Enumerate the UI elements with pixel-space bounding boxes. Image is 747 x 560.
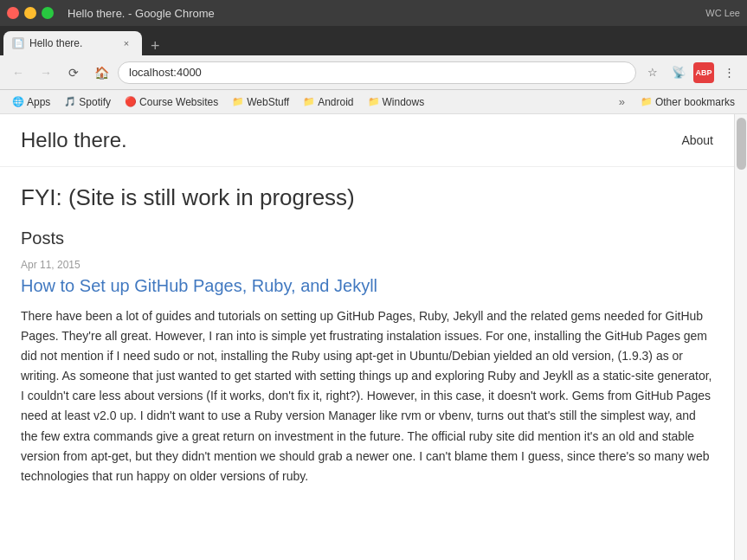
chrome-window: × − □ Hello there. - Google Chrome WC Le… [0,0,747,560]
new-tab-button[interactable]: + [145,37,165,55]
bookmarks-more-button[interactable]: » [615,93,628,110]
android-bookmark-icon: 📁 [303,96,315,107]
address-bar: ← → ⟳ 🏠 ☆ 📡 ABP ⋮ [0,55,747,90]
posts-heading: Posts [21,229,713,248]
active-tab[interactable]: 📄 Hello there. × [3,31,142,55]
spotify-bookmark-label: Spotify [79,96,111,108]
apps-bookmark-icon: 🌐 [12,96,24,107]
back-button[interactable]: ← [7,61,29,84]
url-input[interactable] [118,61,636,84]
bookmark-android[interactable]: 📁 Android [298,94,358,110]
tab-close-button[interactable]: × [119,36,133,50]
site-main: FYI: (Site is still work in progress) Po… [0,167,734,504]
bookmark-webstuff[interactable]: 📁 WebStuff [227,94,294,110]
window-title: Hello there. - Google Chrome [68,7,215,20]
forward-button[interactable]: → [35,61,57,84]
maximize-window-button[interactable]: □ [42,7,54,19]
cast-button[interactable]: 📡 [667,61,690,84]
spotify-bookmark-icon: 🎵 [64,96,76,107]
tab-favicon: 📄 [12,37,24,49]
minimize-window-button[interactable]: − [24,7,36,19]
post-excerpt: There have been a lot of guides and tuto… [21,306,713,486]
profile-name: WC Lee [705,8,740,18]
adblock-icon[interactable]: ABP [693,62,714,83]
post-date: Apr 11, 2015 [21,259,713,271]
windows-bookmark-label: Windows [383,96,425,108]
tab-bar: 📄 Hello there. × + [0,26,747,55]
other-bookmarks-label: Other bookmarks [655,96,735,108]
window-controls: × − □ [7,7,54,19]
course-bookmark-label: Course Websites [139,96,218,108]
toolbar-icons: ☆ 📡 ABP ⋮ [641,61,740,84]
bookmark-star-button[interactable]: ☆ [641,61,664,84]
page-content: Hello there. About FYI: (Site is still w… [0,114,734,560]
home-button[interactable]: 🏠 [90,61,113,84]
tab-title: Hello there. [29,37,114,49]
other-bookmarks-icon: 📁 [641,96,653,107]
reload-button[interactable]: ⟳ [62,61,85,84]
scrollbar-thumb[interactable] [737,118,746,170]
post-title-link[interactable]: How to Set up GitHub Pages, Ruby, and Je… [21,276,713,296]
page-area: Hello there. About FYI: (Site is still w… [0,114,747,560]
scrollbar[interactable] [734,114,747,560]
title-bar: × − □ Hello there. - Google Chrome WC Le… [0,0,747,26]
bookmark-spotify[interactable]: 🎵 Spotify [59,94,116,110]
bookmark-course-websites[interactable]: 🔴 Course Websites [119,94,223,110]
about-nav-link[interactable]: About [681,133,713,147]
bookmark-apps[interactable]: 🌐 Apps [7,94,55,110]
apps-bookmark-label: Apps [27,96,50,108]
webstuff-bookmark-label: WebStuff [247,96,289,108]
menu-button[interactable]: ⋮ [718,61,740,84]
webstuff-bookmark-icon: 📁 [232,96,244,107]
windows-bookmark-icon: 📁 [368,96,380,107]
wip-heading: FYI: (Site is still work in progress) [21,184,713,211]
android-bookmark-label: Android [318,96,353,108]
course-bookmark-icon: 🔴 [125,96,137,107]
bookmark-other[interactable]: 📁 Other bookmarks [635,94,740,110]
bookmark-windows[interactable]: 📁 Windows [363,94,430,110]
site-header: Hello there. About [0,114,734,167]
site-title: Hello there. [21,128,127,152]
close-window-button[interactable]: × [7,7,19,19]
bookmarks-bar: 🌐 Apps 🎵 Spotify 🔴 Course Websites 📁 Web… [0,90,747,114]
